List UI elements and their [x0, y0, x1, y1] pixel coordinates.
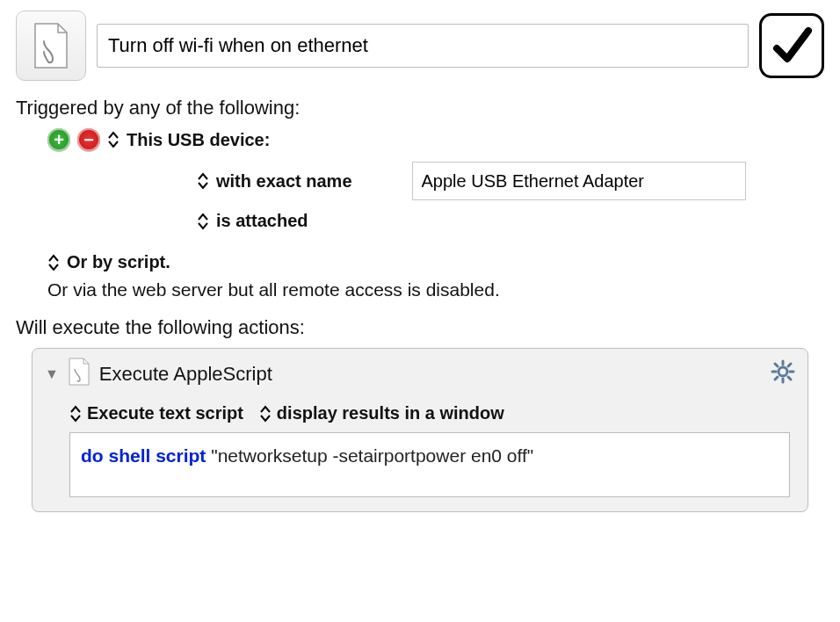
- state-label: is attached: [216, 211, 308, 231]
- action-title: Execute AppleScript: [99, 363, 272, 386]
- script-mode-selector[interactable]: Execute text script: [69, 403, 243, 423]
- results-mode-selector[interactable]: display results in a window: [259, 403, 504, 423]
- trigger-type-stepper[interactable]: [107, 131, 119, 148]
- script-argument: "networksetup -setairportpower en0 off": [211, 445, 533, 466]
- svg-point-0: [778, 367, 787, 376]
- enabled-toggle[interactable]: [759, 13, 824, 78]
- script-text-area[interactable]: do shell script "networksetup -setairpor…: [69, 432, 790, 497]
- applescript-document-icon: [68, 358, 91, 391]
- device-name-input[interactable]: [412, 162, 746, 200]
- svg-line-7: [775, 377, 778, 380]
- state-stepper[interactable]: [197, 213, 209, 230]
- macro-document-icon[interactable]: [16, 11, 86, 81]
- action-card: ▼ Execute AppleScript: [32, 348, 808, 512]
- disclosure-triangle-icon[interactable]: ▼: [45, 366, 59, 382]
- macro-name-input[interactable]: [97, 24, 749, 68]
- results-mode-label: display results in a window: [277, 403, 504, 423]
- trigger-type-label: This USB device:: [127, 130, 270, 150]
- match-mode-stepper[interactable]: [197, 172, 209, 190]
- match-mode-label: with exact name: [216, 171, 352, 192]
- add-trigger-button[interactable]: +: [47, 128, 70, 151]
- remote-access-note: Or via the web server but all remote acc…: [47, 279, 824, 300]
- actions-section-label: Will execute the following actions:: [16, 316, 824, 339]
- or-script-stepper[interactable]: [47, 254, 60, 271]
- triggers-section-label: Triggered by any of the following:: [16, 97, 824, 119]
- script-mode-label: Execute text script: [87, 403, 243, 423]
- script-keyword: do shell script: [81, 445, 206, 466]
- svg-line-8: [788, 364, 791, 366]
- action-settings-gear-icon[interactable]: [771, 359, 795, 389]
- svg-line-5: [775, 364, 778, 366]
- svg-line-6: [788, 377, 791, 380]
- remove-trigger-button[interactable]: −: [77, 128, 100, 151]
- or-script-label: Or by script.: [67, 252, 170, 272]
